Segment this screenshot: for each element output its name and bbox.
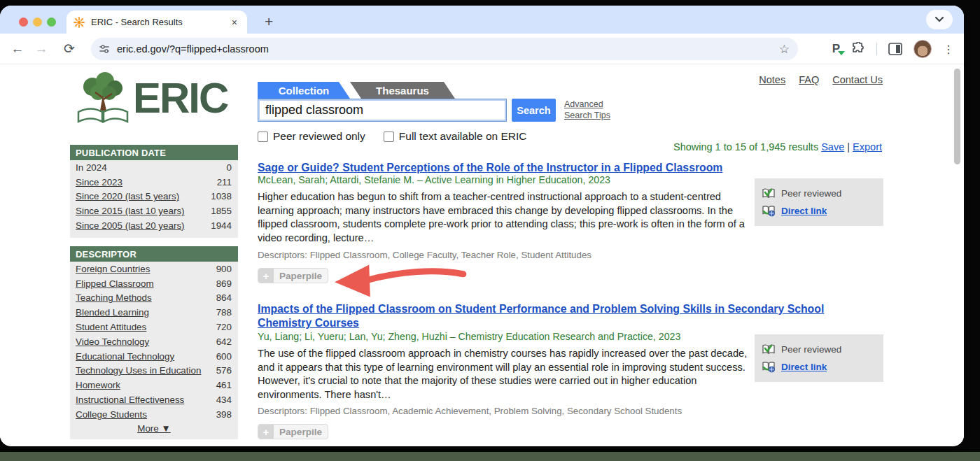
descriptor-row: Educational Technology600 xyxy=(70,349,238,364)
tab-collection[interactable]: Collection xyxy=(258,82,350,99)
descriptor-link[interactable]: Educational Technology xyxy=(76,351,174,362)
address-bar[interactable]: eric.ed.gov/?q=flipped+classroom ☆ xyxy=(91,38,798,60)
search-input[interactable] xyxy=(258,99,507,122)
direct-link[interactable]: Direct link xyxy=(781,362,827,372)
browser-menu-kebab-icon[interactable]: ⋮ xyxy=(943,43,954,56)
eric-logo[interactable]: ERIC xyxy=(69,71,227,126)
pub-date-row: Since 2005 (last 20 years)1944 xyxy=(70,218,238,233)
pub-date-row: Since 2020 (last 5 years)1038 xyxy=(70,190,238,204)
descriptor-row: Blended Learning788 xyxy=(70,305,238,320)
profile-avatar[interactable] xyxy=(913,40,932,58)
descriptor-header: DESCRIPTOR xyxy=(70,246,238,262)
toolbar-extensions-area: P ⋮ xyxy=(832,34,954,64)
scrollbar-thumb[interactable] xyxy=(954,69,960,164)
descriptor-row: Video Technology642 xyxy=(70,334,238,349)
result-abstract: Higher education has begun to shift from… xyxy=(258,190,749,245)
results-summary: Showing 1 to 15 of 1,945 results Save | … xyxy=(673,141,882,153)
site-nav: Notes FAQ Contact Us xyxy=(759,74,883,85)
nav-faq-link[interactable]: FAQ xyxy=(799,74,819,85)
peer-reviewed-book-icon xyxy=(762,343,776,355)
descriptor-link[interactable]: Homework xyxy=(76,380,120,390)
side-panel-icon[interactable] xyxy=(888,43,902,55)
site-settings-tune-icon[interactable] xyxy=(99,44,110,54)
advanced-search-tips-link[interactable]: Advanced xyxy=(564,99,610,110)
result-title-link[interactable]: Impacts of the Flipped Classroom on Stud… xyxy=(258,303,824,329)
reload-icon[interactable]: ⟳ xyxy=(57,41,81,57)
direct-link[interactable]: Direct link xyxy=(781,206,827,216)
paperpile-button[interactable]: + Paperpile xyxy=(258,268,328,283)
pub-date-link[interactable]: Since 2020 (last 5 years) xyxy=(76,191,179,201)
descriptor-row: Technology Uses in Education576 xyxy=(70,364,238,378)
pub-date-link[interactable]: Since 2015 (last 10 years) xyxy=(76,206,185,216)
descriptor-link[interactable]: Video Technology xyxy=(76,336,149,347)
new-tab-button[interactable]: + xyxy=(260,12,277,31)
close-window-button[interactable] xyxy=(19,17,28,27)
peer-reviewed-label: Peer reviewed xyxy=(781,344,841,355)
nav-notes-link[interactable]: Notes xyxy=(759,74,785,85)
publication-date-header: PUBLICATION DATE xyxy=(70,145,238,160)
browser-window: ERIC - Search Results × + ← → ⟳ eric.ed.… xyxy=(0,6,964,446)
desktop-strip xyxy=(0,452,980,461)
result-infobox: Peer reviewed Direct link xyxy=(755,334,883,382)
direct-link-icon xyxy=(762,361,776,373)
pub-date-link[interactable]: Since 2023 xyxy=(76,177,122,187)
result-infobox: Peer reviewed Direct link xyxy=(755,178,883,226)
publication-date-panel: PUBLICATION DATE In 20240 Since 2023211 … xyxy=(70,145,238,238)
extensions-puzzle-icon[interactable] xyxy=(851,42,865,56)
nav-contact-link[interactable]: Contact Us xyxy=(832,74,883,85)
tab-close-icon[interactable]: × xyxy=(229,17,240,28)
descriptor-row: Student Attitudes720 xyxy=(70,320,238,334)
descriptor-row: College Students398 xyxy=(70,407,238,422)
result-descriptors: Descriptors: Flipped Classroom, College … xyxy=(258,250,592,260)
paperpile-extension-icon[interactable]: P xyxy=(832,42,840,56)
search-button[interactable]: Search xyxy=(512,99,556,122)
eric-tree-book-icon xyxy=(69,71,133,126)
descriptor-link[interactable]: Instructional Effectiveness xyxy=(76,395,184,405)
peer-reviewed-book-icon xyxy=(762,187,776,199)
result-title: Impacts of the Flipped Classroom on Stud… xyxy=(258,302,843,330)
result-title-link[interactable]: Sage or Guide? Student Perceptions of th… xyxy=(258,162,722,173)
descriptor-link[interactable]: Blended Learning xyxy=(76,307,149,318)
descriptor-row: Instructional Effectiveness434 xyxy=(70,392,238,407)
eric-logo-text: ERIC xyxy=(133,72,227,125)
forward-icon[interactable]: → xyxy=(29,41,53,57)
result-abstract: The use of the flipped classroom approac… xyxy=(258,347,749,402)
peer-reviewed-label: Peer reviewed xyxy=(781,188,841,199)
descriptor-row: Flipped Classroom869 xyxy=(70,276,238,291)
export-link[interactable]: Export xyxy=(853,141,882,153)
descriptor-row: Teaching Methods864 xyxy=(70,291,238,306)
tab-search-chevron-icon[interactable] xyxy=(926,10,953,29)
more-link[interactable]: More ▼ xyxy=(137,423,170,434)
descriptor-link[interactable]: Student Attitudes xyxy=(76,322,146,332)
peer-reviewed-checkbox[interactable] xyxy=(258,132,268,142)
descriptor-link[interactable]: Flipped Classroom xyxy=(76,278,154,289)
paperpile-button[interactable]: + Paperpile xyxy=(258,424,328,439)
search-filters: Peer reviewed only Full text available o… xyxy=(258,130,526,143)
tab-title: ERIC - Search Results xyxy=(91,17,229,27)
result-authors: McLean, Sarah; Attardi, Stefanie M. – Ac… xyxy=(258,174,610,185)
descriptor-panel: DESCRIPTOR Foreign Countries900 Flipped … xyxy=(70,246,238,439)
full-text-checkbox[interactable] xyxy=(384,132,394,142)
save-link[interactable]: Save xyxy=(821,141,844,153)
showing-text: Showing 1 to 15 of 1,945 results xyxy=(673,141,818,153)
red-annotation-arrow xyxy=(330,261,468,297)
back-icon[interactable]: ← xyxy=(6,41,29,57)
bookmark-star-icon[interactable]: ☆ xyxy=(779,42,790,57)
plus-icon: + xyxy=(258,425,274,439)
descriptor-row: Foreign Countries900 xyxy=(70,262,238,276)
tab-thesaurus[interactable]: Thesaurus xyxy=(350,82,455,99)
advanced-search-tips-link2[interactable]: Search Tips xyxy=(564,110,610,121)
descriptor-link[interactable]: College Students xyxy=(76,409,147,420)
result-title: Sage or Guide? Student Perceptions of th… xyxy=(258,161,790,175)
pub-date-link[interactable]: Since 2005 (last 20 years) xyxy=(76,220,185,231)
eric-page: Notes FAQ Contact Us ERIC Collection The… xyxy=(0,64,964,446)
maximize-window-button[interactable] xyxy=(47,17,56,27)
browser-toolbar: ← → ⟳ eric.ed.gov/?q=flipped+classroom ☆… xyxy=(0,34,964,64)
browser-tab[interactable]: ERIC - Search Results × xyxy=(66,10,247,34)
descriptor-link[interactable]: Technology Uses in Education xyxy=(76,365,201,376)
peer-reviewed-label: Peer reviewed only xyxy=(273,130,365,143)
descriptor-link[interactable]: Teaching Methods xyxy=(76,292,152,303)
minimize-window-button[interactable] xyxy=(33,17,42,27)
descriptor-link[interactable]: Foreign Countries xyxy=(76,264,150,274)
direct-link-icon xyxy=(762,205,776,217)
